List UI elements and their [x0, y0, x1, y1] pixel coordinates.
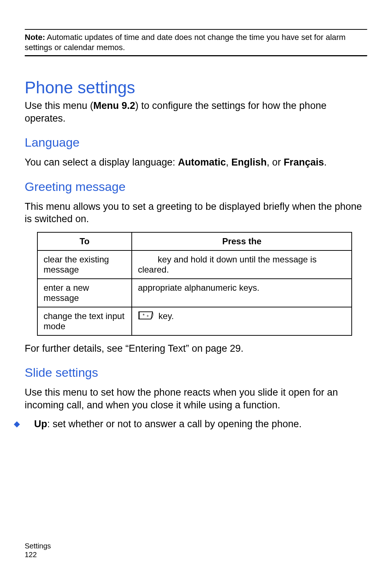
- heading-phone-settings: Phone settings: [25, 78, 367, 97]
- footer-section: Settings: [25, 542, 51, 550]
- rule-bottom: [25, 55, 367, 57]
- page-footer: Settings 122: [25, 542, 51, 559]
- heading-slide: Slide settings: [25, 366, 367, 380]
- greeting-table: To Press the clear the existing message …: [37, 232, 352, 336]
- note-label: Note:: [25, 33, 45, 42]
- heading-language: Language: [25, 135, 367, 150]
- bullet-up-rest: : set whether or not to answer a call by…: [47, 418, 302, 429]
- note-text: Automatic updates of time and date does …: [25, 33, 346, 52]
- slide-bullet-up: ◆Up: set whether or not to answer a call…: [25, 418, 367, 430]
- note-block: Note: Automatic updates of time and date…: [25, 30, 367, 55]
- table-head-row: To Press the: [37, 232, 352, 250]
- star-key-icon: * +: [138, 311, 154, 322]
- table-head-press: Press the: [132, 232, 352, 250]
- footer-page-number: 122: [25, 550, 51, 559]
- diamond-bullet-icon: ◆: [25, 419, 34, 429]
- svg-text:*: *: [143, 313, 145, 318]
- language-paragraph: You can select a display language: Autom…: [25, 156, 367, 169]
- cell-to: clear the existing message: [37, 250, 132, 279]
- slide-intro: Use this menu to set how the phone react…: [25, 386, 367, 411]
- cell-press-text: key and hold it down until the message i…: [138, 254, 317, 274]
- heading-greeting: Greeting message: [25, 180, 367, 194]
- cell-press-text: key.: [156, 311, 174, 321]
- intro-paragraph: Use this menu (Menu 9.2) to configure th…: [25, 99, 367, 124]
- language-opt-english: English: [231, 157, 267, 168]
- language-sep1: ,: [226, 157, 231, 168]
- cell-to: enter a new message: [37, 279, 132, 307]
- intro-pre: Use this menu (: [25, 100, 93, 111]
- table-row: change the text input mode * + key.: [37, 307, 352, 335]
- language-opt-automatic: Automatic: [178, 157, 226, 168]
- cell-press: appropriate alphanumeric keys.: [132, 279, 352, 307]
- cell-press: key and hold it down until the message i…: [132, 250, 352, 279]
- greeting-intro: This menu allows you to set a greeting t…: [25, 200, 367, 225]
- table-head-to: To: [37, 232, 132, 250]
- table-row: enter a new message appropriate alphanum…: [37, 279, 352, 307]
- manual-page: Note: Automatic updates of time and date…: [0, 0, 392, 588]
- greeting-after: For further details, see “Entering Text”…: [25, 342, 367, 355]
- cell-to: change the text input mode: [37, 307, 132, 335]
- language-post: .: [324, 157, 327, 168]
- language-sep2: , or: [267, 157, 284, 168]
- cell-press: * + key.: [132, 307, 352, 335]
- svg-text:+: +: [147, 314, 149, 318]
- bullet-up-label: Up: [34, 418, 47, 429]
- language-opt-francais: Français: [283, 157, 324, 168]
- intro-menu: Menu 9.2: [93, 100, 135, 111]
- language-pre: You can select a display language:: [25, 157, 178, 168]
- table-row: clear the existing message key and hold …: [37, 250, 352, 279]
